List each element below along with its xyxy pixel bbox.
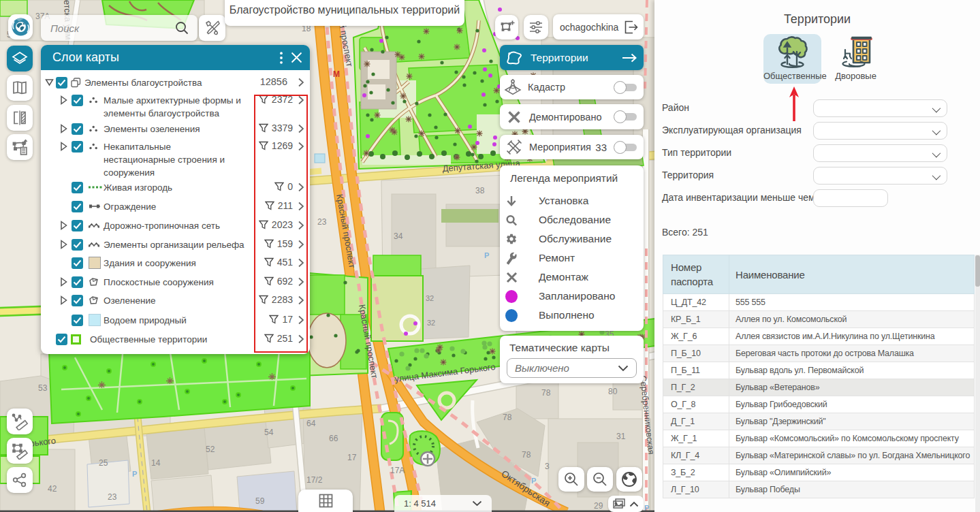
svg-text:38: 38	[475, 186, 485, 195]
svg-text:17/2: 17/2	[306, 475, 323, 485]
svg-text:25: 25	[99, 458, 108, 468]
svg-text:66: 66	[329, 434, 338, 443]
svg-text:34: 34	[394, 231, 403, 241]
svg-text:М: М	[333, 69, 340, 79]
svg-text:53: 53	[38, 383, 48, 393]
svg-text:P: P	[484, 251, 489, 259]
svg-text:29: 29	[594, 501, 603, 511]
svg-text:52: 52	[206, 445, 215, 454]
svg-text:23: 23	[317, 217, 327, 227]
svg-text:78: 78	[541, 388, 551, 398]
svg-text:P: P	[531, 477, 536, 485]
svg-text:78: 78	[522, 450, 531, 460]
svg-text:17: 17	[347, 453, 357, 462]
svg-text:80: 80	[608, 387, 618, 396]
svg-text:59: 59	[255, 496, 265, 506]
svg-text:17А: 17А	[390, 466, 405, 475]
svg-text:P: P	[132, 470, 137, 478]
svg-text:42: 42	[48, 484, 57, 494]
svg-text:54: 54	[264, 428, 274, 437]
svg-text:23: 23	[108, 492, 117, 502]
svg-text:64: 64	[306, 419, 316, 428]
svg-text:32: 32	[426, 294, 434, 302]
svg-text:31: 31	[616, 432, 626, 441]
svg-text:78: 78	[503, 413, 512, 422]
svg-text:32: 32	[427, 319, 435, 327]
svg-text:3: 3	[545, 462, 550, 471]
svg-text:14: 14	[151, 458, 161, 468]
